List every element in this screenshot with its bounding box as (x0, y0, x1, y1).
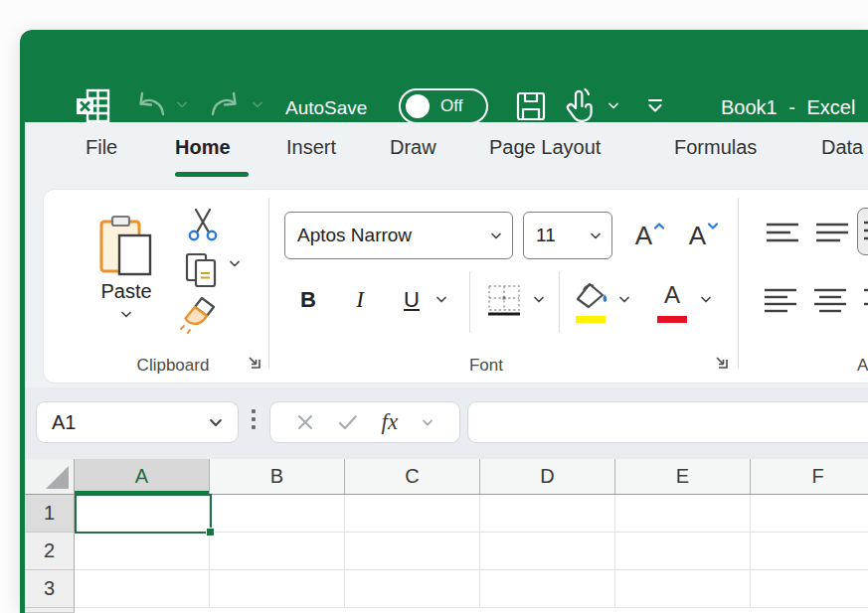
cell-c3[interactable] (345, 570, 480, 608)
borders-dropdown-icon (533, 295, 545, 304)
cell-a2[interactable] (75, 533, 210, 570)
copy-dropdown-button[interactable] (229, 259, 241, 268)
align-right-icon (864, 288, 868, 314)
clipboard-dialog-launcher[interactable] (247, 355, 262, 371)
cell-f1[interactable] (751, 495, 868, 533)
middle-align-icon (816, 222, 850, 245)
quick-access-toolbar-button[interactable] (644, 97, 666, 115)
insert-function-button[interactable]: fx (382, 409, 399, 435)
align-right-button[interactable] (859, 281, 868, 321)
cell-f3[interactable] (751, 570, 868, 608)
font-name-value: Aptos Narrow (285, 225, 490, 246)
cut-icon (185, 207, 221, 242)
center-align-button[interactable] (809, 281, 853, 321)
copy-button[interactable] (179, 249, 225, 291)
row-headers: 1 2 3 (25, 495, 75, 613)
cell-a3[interactable] (75, 570, 210, 608)
paste-button[interactable]: Paste (82, 200, 171, 334)
alignment-group-label: Ali (857, 356, 868, 376)
font-group-label: Font (436, 356, 536, 376)
cell-d2[interactable] (480, 533, 615, 570)
borders-dropdown-button[interactable] (533, 295, 545, 304)
tab-draw[interactable]: Draw (390, 136, 436, 159)
cell-b3[interactable] (210, 570, 345, 608)
redo-icon (207, 87, 245, 121)
font-name-combobox[interactable]: Aptos Narrow (284, 212, 513, 259)
font-size-combobox[interactable]: 11 (523, 212, 612, 259)
column-header-a[interactable]: A (75, 459, 210, 494)
dialog-launcher-icon (714, 355, 729, 370)
row-header-3[interactable]: 3 (25, 570, 75, 608)
fill-color-swatch (576, 316, 606, 323)
underline-button[interactable]: U (392, 277, 432, 323)
ribbon-card: Paste (43, 189, 868, 383)
row-header-4-partial[interactable] (25, 608, 75, 613)
redo-button[interactable] (207, 87, 263, 121)
tab-data[interactable]: Data (821, 136, 863, 159)
cell-c1[interactable] (345, 495, 480, 533)
fill-color-dropdown-button[interactable] (618, 295, 630, 304)
dialog-launcher-icon (247, 355, 261, 370)
excel-logo-icon (74, 87, 111, 125)
font-color-dropdown-button[interactable] (700, 295, 712, 304)
touch-mouse-mode-button[interactable] (562, 86, 619, 124)
cell-reference: A1 (37, 411, 76, 434)
tab-home[interactable]: Home (175, 136, 231, 159)
cell-e2[interactable] (615, 533, 751, 570)
cell-e1[interactable] (615, 495, 751, 533)
tab-page-layout[interactable]: Page Layout (489, 136, 601, 159)
bottom-align-icon (864, 220, 868, 243)
enter-button[interactable] (338, 414, 358, 430)
column-header-b[interactable]: B (210, 459, 345, 494)
formula-bar-resize-handle[interactable] (252, 409, 256, 429)
cell-f2[interactable] (751, 533, 868, 570)
cell-c2[interactable] (345, 533, 480, 570)
cancel-button[interactable] (296, 413, 314, 431)
cell-b1[interactable] (210, 495, 345, 533)
font-dialog-launcher[interactable] (714, 355, 730, 371)
save-button[interactable] (515, 90, 547, 122)
cell-d1[interactable] (480, 495, 615, 533)
tab-file[interactable]: File (86, 136, 117, 159)
undo-dropdown-icon (176, 100, 188, 109)
column-header-e[interactable]: E (615, 459, 751, 494)
format-painter-button[interactable] (175, 293, 227, 335)
column-header-c[interactable]: C (345, 459, 480, 494)
name-box[interactable]: A1 (36, 401, 239, 443)
worksheet-grid: A B C D E F 1 2 3 (25, 459, 868, 613)
tab-formulas[interactable]: Formulas (674, 136, 757, 159)
fx-dropdown-icon[interactable] (422, 418, 434, 427)
italic-button[interactable]: I (340, 277, 380, 323)
tab-insert[interactable]: Insert (286, 136, 336, 159)
undo-button[interactable] (131, 87, 188, 121)
bold-button[interactable]: B (288, 277, 328, 323)
top-align-button[interactable] (762, 214, 805, 253)
column-header-d[interactable]: D (480, 459, 615, 494)
cell-b2[interactable] (210, 533, 345, 570)
cut-button[interactable] (181, 206, 225, 243)
select-all-triangle-icon (46, 466, 69, 489)
formula-input[interactable] (467, 401, 868, 443)
autosave-toggle[interactable]: Off (399, 88, 488, 124)
increase-font-size-button[interactable]: A (626, 214, 674, 257)
row-3 (75, 570, 868, 608)
select-all-button[interactable] (25, 459, 75, 495)
borders-button[interactable] (481, 277, 527, 323)
cell-d3[interactable] (480, 570, 615, 608)
row-header-2[interactable]: 2 (25, 533, 75, 570)
bottom-align-button-selected[interactable] (857, 208, 868, 255)
middle-align-button[interactable] (811, 214, 855, 253)
row-header-1[interactable]: 1 (25, 495, 75, 533)
align-left-button[interactable] (760, 281, 803, 321)
cell-a1[interactable] (75, 495, 210, 533)
fill-color-button[interactable] (569, 275, 612, 325)
underline-dropdown-button[interactable] (435, 295, 447, 304)
cell-e3[interactable] (615, 570, 751, 608)
decrease-font-size-button[interactable]: A (680, 214, 728, 257)
font-name-dropdown-icon (490, 231, 502, 240)
document-title: Book1 - Excel (721, 96, 855, 119)
column-header-f[interactable]: F (751, 459, 868, 494)
group-divider (268, 198, 269, 369)
name-box-dropdown-icon (208, 417, 224, 428)
font-color-button[interactable]: A (650, 275, 694, 325)
